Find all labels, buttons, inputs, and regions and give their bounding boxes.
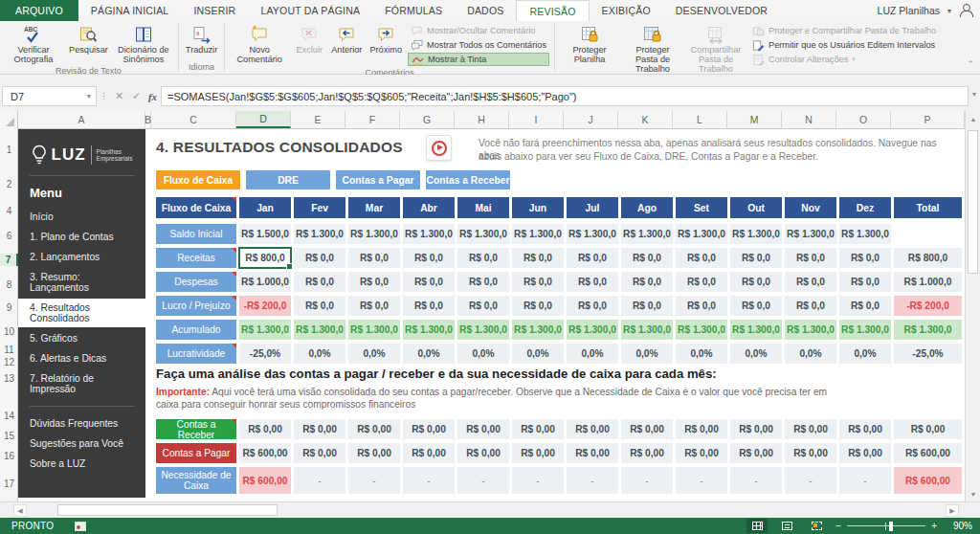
vertical-scroll-thumb[interactable]: [968, 130, 978, 274]
row-label-saldo-inicial[interactable]: Saldo Inicial: [156, 224, 236, 244]
cell-lucro-preju-zo-11[interactable]: R$ 0,0: [839, 296, 891, 316]
scroll-down-icon[interactable]: ▼: [966, 486, 980, 501]
table-header-ago[interactable]: Ago: [621, 197, 673, 218]
row-header-2[interactable]: 2: [0, 178, 18, 190]
cancel-formula-icon[interactable]: ✕: [111, 86, 127, 106]
cell-lucratividade-4[interactable]: 0,0%: [457, 344, 509, 364]
zoom-slider-thumb[interactable]: [889, 522, 893, 531]
cell-lucro-preju-zo-2[interactable]: R$ 0,0: [348, 296, 400, 316]
cell-lucratividade-0[interactable]: -25,0%: [239, 344, 291, 364]
sidebar-item-sugest-es-para-voc[interactable]: Sugestões para Você: [18, 434, 145, 453]
cell-necessidade-de-caixa-5[interactable]: -: [512, 467, 564, 494]
sidebar-item-4-resultados-consolidados[interactable]: 4. Resultados Consolidados: [18, 299, 145, 327]
cell-lucratividade-2[interactable]: 0,0%: [348, 344, 400, 364]
table-header-total[interactable]: Total: [894, 197, 962, 218]
cell-despesas-8[interactable]: R$ 0,0: [676, 272, 727, 292]
horizontal-scrollbar[interactable]: ◀ ▶: [0, 501, 980, 518]
tab-revis-o[interactable]: REVISÃO: [516, 0, 589, 21]
row-header-13[interactable]: 13: [0, 372, 18, 385]
cell-despesas-0[interactable]: R$ 1.000,0: [239, 272, 291, 292]
cell-necessidade-de-caixa-0[interactable]: R$ 600,00: [239, 467, 291, 494]
cell-contas-a-receber-5[interactable]: R$ 0,00: [512, 419, 564, 439]
sidebar-item-sobre-a-luz[interactable]: Sobre a LUZ: [18, 455, 145, 473]
cell-lucratividade-11[interactable]: 0,0%: [839, 344, 891, 364]
cell-contas-a-pagar-3[interactable]: R$ 0,00: [403, 443, 455, 463]
cell-necessidade-de-caixa-6[interactable]: -: [567, 467, 618, 494]
row-label-lucratividade[interactable]: Lucratividade: [156, 344, 236, 364]
insert-function-icon[interactable]: fx: [145, 86, 161, 106]
cell-saldo-inicial-4[interactable]: R$ 1.300,0: [457, 224, 509, 244]
cell-lucratividade-1[interactable]: 0,0%: [294, 344, 345, 364]
name-box[interactable]: D7 ▾: [2, 86, 97, 106]
tab-exibi-o[interactable]: EXIBIÇÃO: [590, 0, 663, 21]
cell-lucro-preju-zo-9[interactable]: R$ 0,0: [730, 296, 782, 316]
table-header-jul[interactable]: Jul: [567, 197, 618, 218]
row-header-12[interactable]: 12: [0, 356, 18, 368]
cell-contas-a-receber-8[interactable]: R$ 0,00: [676, 419, 727, 439]
row-header-16[interactable]: 16: [0, 450, 18, 462]
cell-saldo-inicial-8[interactable]: R$ 1.300,0: [676, 224, 727, 244]
scroll-right-icon[interactable]: ▶: [946, 504, 959, 517]
cell-despesas-10[interactable]: R$ 0,0: [785, 272, 836, 292]
cell-despesas-6[interactable]: R$ 0,0: [567, 272, 618, 292]
cell-contas-a-pagar-1[interactable]: R$ 0,00: [294, 443, 345, 463]
cell-saldo-inicial-7[interactable]: R$ 1.300,0: [621, 224, 673, 244]
page-layout-view-button[interactable]: [776, 519, 797, 533]
cell-despesas-3[interactable]: R$ 0,0: [403, 272, 455, 292]
enter-formula-icon[interactable]: ✓: [128, 86, 145, 106]
user-icon[interactable]: [959, 4, 972, 17]
cell-lucratividade-5[interactable]: 0,0%: [512, 344, 564, 364]
cell-lucratividade-6[interactable]: 0,0%: [567, 344, 618, 364]
row-header-14[interactable]: 14: [0, 410, 18, 422]
cell-receitas-8[interactable]: R$ 0,0: [676, 248, 727, 268]
cell-necessidade-de-caixa-2[interactable]: -: [348, 467, 400, 494]
tab-p-gina-inicial[interactable]: PÁGINA INICIAL: [78, 0, 182, 21]
tab-layout-da-p-gina[interactable]: LAYOUT DA PÁGINA: [248, 0, 372, 21]
cell-receitas-0[interactable]: R$ 800,0: [239, 248, 291, 268]
cell-receitas-9[interactable]: R$ 0,0: [730, 248, 782, 268]
collapse-ribbon-icon[interactable]: ⌃: [967, 59, 974, 69]
cell-receitas-11[interactable]: R$ 0,0: [839, 248, 891, 268]
cell-contas-a-receber-4[interactable]: R$ 0,00: [457, 419, 509, 439]
cell-despesas-11[interactable]: R$ 0,0: [839, 272, 891, 292]
ribbon-button-novo-coment-rio[interactable]: Novo Comentário: [228, 23, 291, 67]
table-header-nov[interactable]: Nov: [785, 197, 836, 218]
cell-despesas-2[interactable]: R$ 0,0: [348, 272, 400, 292]
cell-lucro-preju-zo-5[interactable]: R$ 0,0: [512, 296, 564, 316]
table-header-set[interactable]: Set: [676, 197, 727, 218]
cell-necessidade-de-caixa-9[interactable]: -: [730, 467, 782, 494]
row-label-lucro-preju-zo[interactable]: Lucro / Prejuízo: [156, 296, 236, 316]
cell-lucratividade-12[interactable]: -25,0%: [894, 344, 962, 364]
column-header-H[interactable]: H: [455, 111, 509, 128]
tab-inserir[interactable]: INSERIR: [181, 0, 248, 21]
table-header-fluxo-de-caixa[interactable]: Fluxo de Caixa: [156, 197, 236, 218]
column-header-O[interactable]: O: [836, 111, 891, 128]
cell-contas-a-receber-12[interactable]: R$ 0,00: [894, 419, 962, 439]
cell-contas-a-pagar-10[interactable]: R$ 0,00: [785, 443, 836, 463]
ribbon-button-mostrar-tinta[interactable]: Mostrar à Tinta: [408, 53, 549, 66]
cell-saldo-inicial-6[interactable]: R$ 1.300,0: [567, 224, 618, 244]
cell-receitas-3[interactable]: R$ 0,0: [403, 248, 455, 268]
row-label-contas-a-pagar[interactable]: Contas a Pagar: [156, 443, 236, 463]
cell-necessidade-de-caixa-7[interactable]: -: [621, 467, 673, 494]
cell-acumulado-7[interactable]: R$ 1.300,0: [621, 320, 673, 340]
cell-necessidade-de-caixa-8[interactable]: -: [676, 467, 727, 494]
cell-despesas-5[interactable]: R$ 0,0: [512, 272, 564, 292]
cell-acumulado-3[interactable]: R$ 1.300,0: [403, 320, 455, 340]
cell-contas-a-pagar-9[interactable]: R$ 0,00: [730, 443, 782, 463]
cell-acumulado-10[interactable]: R$ 1.300,0: [785, 320, 836, 340]
row-header-6[interactable]: 6: [0, 230, 18, 242]
row-header-1[interactable]: 1: [0, 144, 18, 156]
cell-lucratividade-10[interactable]: 0,0%: [785, 344, 836, 364]
cell-acumulado-2[interactable]: R$ 1.300,0: [348, 320, 400, 340]
video-button[interactable]: [426, 135, 452, 161]
ribbon-button-traduzir[interactable]: aTraduzir: [182, 23, 221, 61]
cell-receitas-5[interactable]: R$ 0,0: [512, 248, 564, 268]
table-header-dez[interactable]: Dez: [839, 197, 891, 218]
row-header-10[interactable]: 10: [0, 325, 18, 338]
ribbon-button-mostrar-todos-os-coment-rios[interactable]: Mostrar Todos os Comentários: [408, 38, 549, 52]
cell-receitas-6[interactable]: R$ 0,0: [567, 248, 618, 268]
column-header-M[interactable]: M: [727, 111, 782, 128]
zoom-out-icon[interactable]: −: [835, 521, 841, 531]
cell-contas-a-receber-2[interactable]: R$ 0,00: [348, 419, 400, 439]
